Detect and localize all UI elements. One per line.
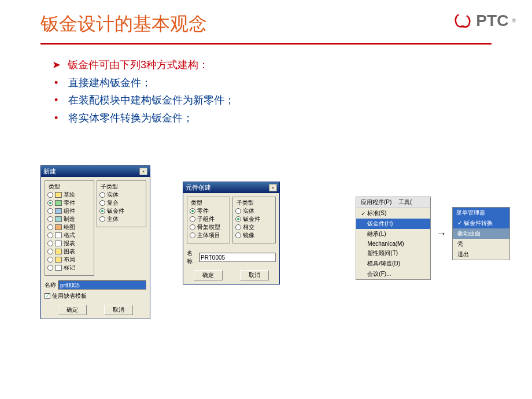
subtype-radio-row[interactable]: 主体 — [99, 215, 143, 223]
type-radio-row[interactable]: 报表 — [47, 239, 91, 247]
type-radio-row[interactable]: 布局 — [47, 256, 91, 264]
menu-item[interactable]: ✓钣金件转换 — [453, 218, 509, 228]
radio-icon[interactable] — [235, 208, 241, 214]
type-label: 零件 — [197, 207, 209, 215]
cancel-button[interactable]: 取消 — [104, 305, 133, 315]
name-input[interactable] — [199, 253, 276, 262]
menu-item-label: 会议(F)... — [367, 270, 391, 278]
type-radio-row[interactable]: 骨架模型 — [190, 223, 227, 231]
group-label: 子类型 — [99, 183, 119, 191]
radio-icon[interactable] — [99, 208, 105, 214]
type-radio-row[interactable]: 格式 — [47, 231, 91, 239]
menu-manager: 菜单管理器 ✓钣金件转换驱动曲面壳退出 — [452, 207, 510, 260]
menu-item[interactable]: Mechanica(M) — [356, 239, 430, 248]
subtype-radio-row[interactable]: 相交 — [235, 223, 273, 231]
radio-icon[interactable] — [235, 216, 241, 222]
application-menu: 应用程序(P) 工具( ✓ 标准(S) 钣金件(H) 继承(L) Mechani… — [356, 197, 431, 280]
radio-icon[interactable] — [47, 241, 53, 246]
radio-icon[interactable] — [47, 265, 53, 271]
menu-item[interactable]: ✓ 标准(S) — [356, 208, 430, 219]
radio-icon[interactable] — [190, 224, 195, 230]
menu-item[interactable]: 退出 — [453, 249, 509, 260]
menu-item-label: 退出 — [457, 251, 469, 257]
radio-icon[interactable] — [47, 257, 53, 263]
ok-button[interactable]: 确定 — [194, 270, 223, 280]
type-radio-row[interactable]: 主体项目 — [190, 231, 227, 239]
subtype-label: 主体 — [107, 215, 119, 223]
radio-icon[interactable] — [47, 224, 53, 230]
dialog-titlebar[interactable]: 元件创建 × — [183, 182, 279, 193]
subtype-radio-row[interactable]: 钣金件 — [235, 215, 273, 223]
type-radio-row[interactable]: 零件 — [190, 207, 227, 215]
radio-icon[interactable] — [190, 208, 195, 214]
type-radio-row[interactable]: 零件 — [47, 199, 91, 207]
dialog-titlebar[interactable]: 新建 × — [41, 166, 150, 177]
radio-icon[interactable] — [47, 200, 53, 206]
radio-icon[interactable] — [47, 208, 53, 214]
menu-title: 菜单管理器 — [453, 208, 509, 218]
type-radio-row[interactable]: 草绘 — [47, 191, 91, 199]
menu-header: 应用程序(P) 工具( — [356, 197, 430, 208]
group-label: 类型 — [190, 199, 204, 207]
template-checkbox[interactable] — [45, 293, 50, 299]
component-create-dialog: 元件创建 × 类型 零件子组件骨架模型主体项目 子类型 实体钣金件相交镜像 — [183, 182, 280, 285]
ok-button[interactable]: 确定 — [58, 305, 87, 315]
radio-icon[interactable] — [235, 224, 241, 230]
radio-icon[interactable] — [47, 249, 53, 254]
menu-item-label: 模具/铸造(D) — [367, 260, 400, 268]
type-icon — [55, 241, 62, 246]
menu-item[interactable]: 塑性顾问(T) — [356, 248, 430, 258]
menu-item[interactable]: 驱动曲面 — [453, 228, 509, 239]
menu-item[interactable]: 钣金件(H) — [356, 219, 430, 229]
type-label: 标记 — [64, 264, 75, 272]
radio-icon[interactable] — [190, 232, 195, 238]
type-icon — [55, 216, 62, 222]
menu-item-label: 钣金件(H) — [367, 220, 393, 228]
radio-icon[interactable] — [99, 216, 105, 222]
type-radio-row[interactable]: 组件 — [47, 207, 91, 215]
menu-item-label: 壳 — [457, 241, 463, 247]
type-label: 图表 — [64, 247, 75, 256]
subtype-label: 实体 — [107, 191, 119, 199]
subtype-radio-row[interactable]: 复合 — [99, 199, 143, 207]
radio-icon[interactable] — [47, 192, 53, 198]
menu-item[interactable]: 模具/铸造(D) — [356, 258, 430, 269]
menu-item[interactable]: 壳 — [453, 239, 509, 249]
close-icon[interactable]: × — [139, 168, 147, 175]
subtype-radio-row[interactable]: 实体 — [235, 207, 273, 215]
check-icon: ✓ — [361, 210, 365, 217]
subtype-radio-row[interactable]: 实体 — [99, 191, 143, 199]
menu-item-label: 继承(L) — [367, 230, 386, 238]
title-rule — [40, 43, 492, 45]
menu-item[interactable]: 继承(L) — [356, 229, 430, 239]
arrow-icon: → — [436, 228, 446, 240]
close-icon[interactable]: × — [269, 184, 277, 191]
subtype-radio-row[interactable]: 钣金件 — [99, 207, 143, 215]
radio-icon[interactable] — [190, 216, 195, 222]
subtype-label: 复合 — [107, 199, 119, 207]
type-label: 制造 — [64, 215, 75, 223]
type-radio-row[interactable]: 制造 — [47, 215, 91, 223]
radio-icon[interactable] — [47, 232, 53, 238]
type-label: 绘图 — [64, 223, 75, 231]
type-label: 零件 — [64, 199, 75, 207]
radio-icon[interactable] — [47, 216, 53, 222]
menu-item-label: Mechanica(M) — [367, 241, 404, 247]
radio-icon[interactable] — [99, 200, 105, 206]
cancel-button[interactable]: 取消 — [240, 270, 269, 280]
radio-icon[interactable] — [99, 192, 105, 198]
radio-icon[interactable] — [235, 232, 241, 238]
type-label: 主体项目 — [197, 231, 220, 239]
type-radio-row[interactable]: 子组件 — [190, 215, 227, 223]
menu-item[interactable]: 会议(F)... — [356, 269, 430, 279]
menu-header-item[interactable]: 工具( — [398, 198, 412, 206]
type-radio-row[interactable]: 标记 — [47, 264, 91, 272]
new-dialog: 新建 × 类型 草绘零件组件制造绘图格式报表图表布局标记 子类型 实体复合钣金件… — [40, 165, 150, 319]
type-radio-row[interactable]: 绘图 — [47, 223, 91, 231]
name-input[interactable] — [58, 280, 146, 290]
type-radio-row[interactable]: 图表 — [47, 247, 91, 256]
subtype-label: 实体 — [243, 207, 254, 215]
subtype-radio-row[interactable]: 镜像 — [235, 231, 273, 239]
menu-header-item[interactable]: 应用程序(P) — [361, 198, 391, 206]
type-label: 组件 — [64, 207, 75, 215]
